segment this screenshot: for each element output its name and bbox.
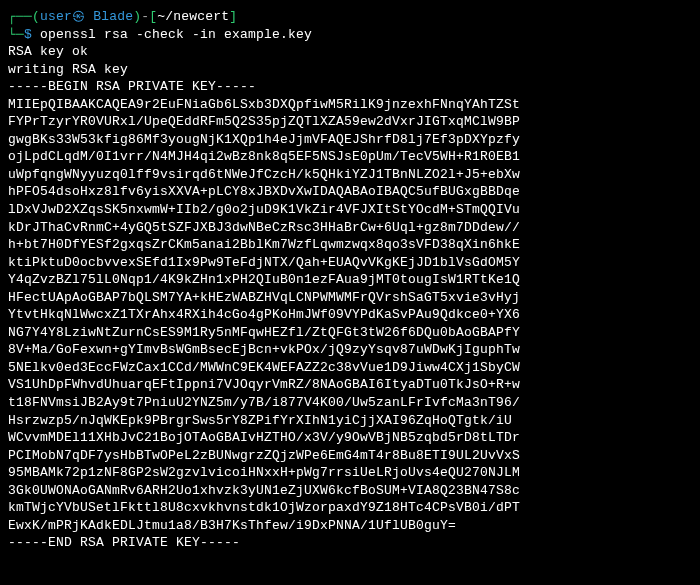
prompt-line-2[interactable]: └─$ openssl rsa -check -in example.key <box>8 26 692 44</box>
prompt-user: user㉿ <box>40 9 85 24</box>
prompt-host: Blade <box>93 9 133 24</box>
prompt-dollar: $ <box>24 27 40 42</box>
command-text: openssl rsa -check -in example.key <box>40 27 312 42</box>
prompt-open-glyph: ┌──( <box>8 9 40 24</box>
prompt-path: ~/newcert <box>157 9 229 24</box>
output-line-rsa-ok: RSA key ok <box>8 43 692 61</box>
prompt-line-1: ┌──(user㉿ Blade)-[~/newcert] <box>8 8 692 26</box>
begin-private-key-marker: -----BEGIN RSA PRIVATE KEY----- <box>8 78 692 96</box>
output-line-writing: writing RSA key <box>8 61 692 79</box>
end-private-key-marker: -----END RSA PRIVATE KEY----- <box>8 534 692 552</box>
private-key-body: MIIEpQIBAAKCAQEA9r2EuFNiaGb6LSxb3DXQpfiw… <box>8 96 692 535</box>
